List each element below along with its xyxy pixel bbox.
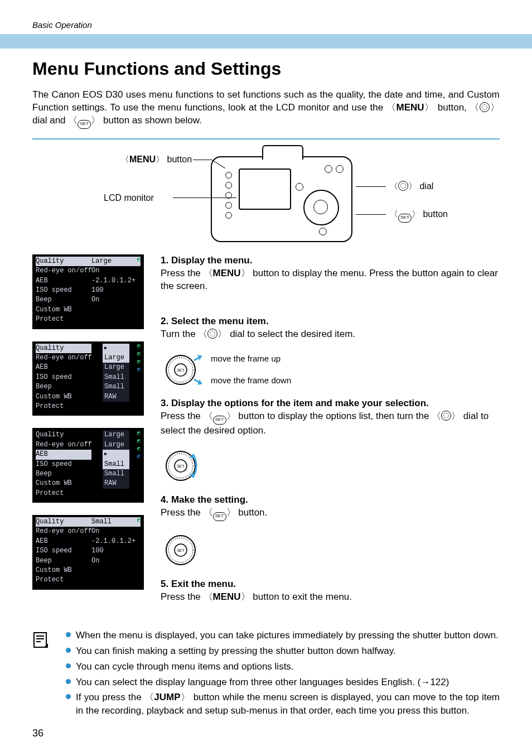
lcd-screen-2: ◩◩◩◩ Quality Red-eye on/off AEB ISO spee… [32, 341, 144, 416]
note-item: If you press the JUMP button while the m… [66, 691, 500, 718]
lcd-screen [239, 168, 291, 210]
note-item: When the menu is displayed, you can take… [66, 629, 500, 642]
svg-rect-16 [34, 633, 46, 647]
menu-button-label: MENU [129, 155, 156, 164]
camera-diagram: MENU button LCD monitor dial button [32, 143, 500, 249]
menu-label: MENU [396, 102, 424, 113]
lcd-screen-4: ◩ QualitySmall Red-eye on/offOn AEB-2.1.… [32, 515, 144, 590]
set-icon [78, 120, 91, 129]
dial-icon [207, 329, 217, 339]
main-dial [303, 190, 339, 225]
svg-text:SET: SET [177, 464, 185, 468]
lcd-examples: ◩ QualityLarge Red-eye on/offOn AEB-2.1.… [32, 254, 144, 613]
steps-column: 1. Display the menu. Press the MENU butt… [161, 254, 500, 613]
note-icon [32, 629, 51, 720]
dial-icon [398, 181, 408, 191]
step-1-heading: 1. Display the menu. [161, 255, 252, 266]
dial-svg-icon: SET [161, 531, 205, 570]
page-title: Menu Functions and Settings [32, 59, 500, 79]
step-2-heading: 2. Select the menu item. [161, 316, 269, 326]
step-3-heading: 3. Display the options for the item and … [161, 398, 429, 408]
move-up-label: move the frame up [211, 353, 291, 364]
note-item: You can select the display language from… [66, 676, 500, 689]
note-item: You can finish making a setting by press… [66, 644, 500, 658]
svg-text:SET: SET [177, 548, 185, 552]
dial-svg-icon: SET [161, 350, 205, 389]
lcd-screen-3: ◩◩◩◩ Quality Red-eye on/off AEB ISO spee… [32, 428, 144, 503]
running-header: Basic Operation [32, 20, 500, 30]
intro-paragraph: The Canon EOS D30 uses menu functions to… [32, 89, 500, 129]
header-bar [0, 34, 532, 49]
dial-icon [480, 102, 490, 112]
lcd-screen-1: ◩ QualityLarge Red-eye on/offOn AEB-2.1.… [32, 254, 144, 329]
dial-move-illustration: SET move the frame up move the frame dow… [161, 350, 500, 389]
svg-text:SET: SET [177, 368, 185, 372]
page-number: 36 [32, 728, 43, 739]
lcd-monitor-label: LCD monitor [104, 193, 154, 203]
divider [32, 138, 500, 139]
step-5-heading: 5. Exit the menu. [161, 579, 236, 589]
note-item: You can cycle through menu items and opt… [66, 660, 500, 673]
notes-box: When the menu is displayed, you can take… [32, 629, 500, 720]
set-icon [213, 512, 226, 521]
dial-svg-icon: SET [161, 446, 205, 485]
camera-body [211, 156, 352, 242]
set-icon [213, 416, 226, 425]
dial-icon [441, 411, 451, 421]
step-4-heading: 4. Make the setting. [161, 494, 248, 505]
set-icon [398, 214, 412, 223]
move-down-label: move the frame down [211, 375, 291, 386]
button-column [225, 172, 232, 219]
